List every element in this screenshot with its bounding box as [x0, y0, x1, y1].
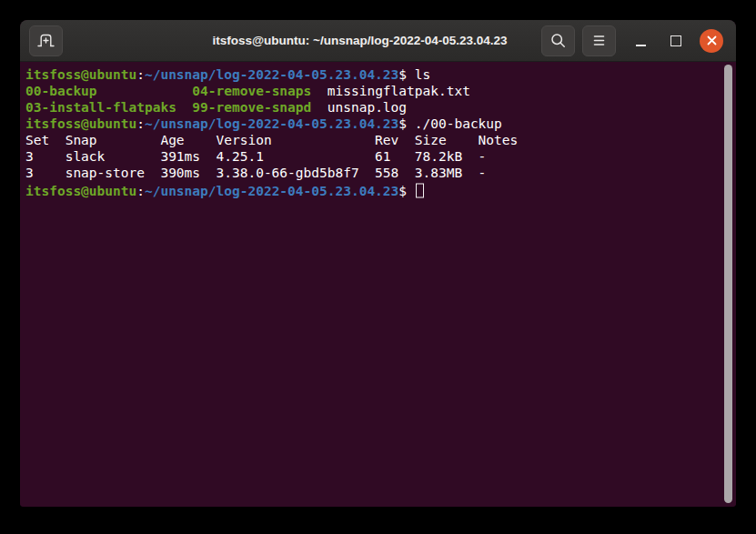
close-button[interactable]: [700, 29, 723, 53]
terminal-text-segment: 00-backup: [25, 84, 97, 98]
close-icon: [707, 35, 717, 45]
terminal-text-segment: $ ls: [398, 67, 430, 82]
terminal-text-segment: Set Snap Age Version Rev Size Notes: [25, 133, 518, 147]
titlebar-controls: [541, 25, 723, 56]
terminal-text-segment: [176, 100, 192, 115]
terminal-cursor: [416, 184, 425, 198]
minimize-button[interactable]: [630, 30, 651, 52]
new-tab-button[interactable]: [29, 25, 63, 56]
terminal-text-segment: :: [136, 184, 145, 198]
terminal-window: itsfoss@ubuntu: ~/unsnap/log-2022-04-05.…: [20, 20, 736, 507]
terminal-text-segment: 04-remove-snaps: [192, 84, 311, 98]
terminal-line: itsfoss@ubuntu:~/unsnap/log-2022-04-05.2…: [25, 181, 723, 197]
terminal-text-segment: 99-remove-snapd: [192, 100, 311, 115]
terminal-text-segment: $: [398, 184, 414, 198]
terminal-viewport[interactable]: itsfoss@ubuntu:~/unsnap/log-2022-04-05.2…: [20, 62, 736, 507]
terminal-text-segment: itsfoss@ubuntu: [25, 184, 136, 198]
hamburger-menu-icon: [592, 35, 606, 46]
terminal-line: itsfoss@ubuntu:~/unsnap/log-2022-04-05.2…: [25, 66, 723, 83]
terminal-text-segment: :: [136, 116, 145, 131]
terminal-text-segment: 03-install-flatpaks: [25, 100, 176, 115]
terminal-line: 3 snap-store 390ms 3.38.0-66-gbd5b8f7 55…: [25, 165, 723, 181]
terminal-text-segment: $ ./00-backup: [398, 116, 502, 131]
terminal-text-segment: 3 snap-store 390ms 3.38.0-66-gbd5b8f7 55…: [25, 166, 486, 180]
new-tab-icon: [37, 34, 55, 47]
terminal-text-segment: ~/unsnap/log-2022-04-05.23.04.23: [145, 67, 398, 82]
search-button[interactable]: [541, 25, 575, 56]
terminal-text-segment: unsnap.log: [311, 100, 407, 115]
terminal-text-segment: itsfoss@ubuntu: [25, 116, 136, 131]
terminal-line: Set Snap Age Version Rev Size Notes: [25, 132, 723, 148]
terminal-text-segment: [97, 84, 193, 98]
maximize-button[interactable]: [665, 30, 687, 52]
search-icon: [550, 33, 566, 48]
terminal-line: itsfoss@ubuntu:~/unsnap/log-2022-04-05.2…: [25, 116, 723, 132]
terminal-text-segment: itsfoss@ubuntu: [25, 67, 136, 82]
minimize-icon: [636, 45, 646, 46]
terminal-text-segment: missingflatpak.txt: [311, 84, 470, 98]
terminal-line: 3 slack 391ms 4.25.1 61 78.2kB -: [25, 148, 723, 165]
terminal-line: 00-backup 04-remove-snaps missingflatpak…: [25, 83, 723, 99]
terminal-text-segment: ~/unsnap/log-2022-04-05.23.04.23: [145, 184, 398, 198]
desktop-background: itsfoss@ubuntu: ~/unsnap/log-2022-04-05.…: [0, 0, 756, 534]
scrollbar-thumb[interactable]: [724, 65, 732, 503]
maximize-icon: [670, 35, 681, 46]
terminal-text-segment: 3 slack 391ms 4.25.1 61 78.2kB -: [25, 149, 486, 164]
titlebar[interactable]: itsfoss@ubuntu: ~/unsnap/log-2022-04-05.…: [20, 20, 736, 62]
terminal-text-segment: :: [136, 67, 145, 82]
terminal-line: 03-install-flatpaks 99-remove-snapd unsn…: [25, 99, 723, 116]
terminal-text-segment: ~/unsnap/log-2022-04-05.23.04.23: [145, 116, 398, 131]
menu-button[interactable]: [582, 25, 616, 56]
